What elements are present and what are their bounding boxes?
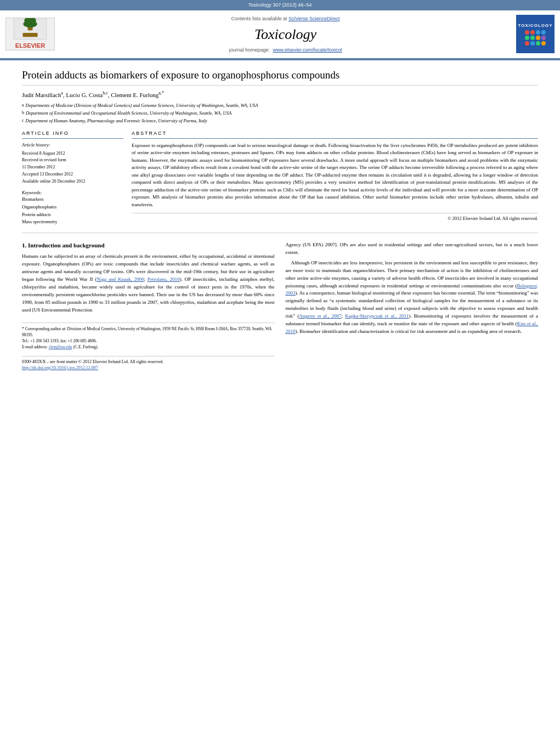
affiliations: a Departments of Medicine (Division of M… — [22, 102, 538, 125]
history-online: Available online 20 December 2012 — [22, 178, 123, 185]
email-label: E-mail address: — [22, 344, 49, 349]
bottom-footer: 0300-483X/$ – see front matter © 2012 El… — [22, 356, 275, 371]
ref-nigg[interactable]: Nigg and Knaak, 2000 — [97, 276, 144, 282]
ref-bolognesi[interactable]: Bolognesi, 2003 — [286, 283, 539, 296]
journal-title: Toxicology — [60, 25, 511, 44]
toxicology-logo: TOXICOLOGY — [516, 15, 555, 53]
history-revised-label: Received in revised form — [22, 157, 123, 164]
main-content: Protein adducts as biomarkers of exposur… — [0, 60, 560, 380]
body-text-right: Agency (US EPA) 2007]. OPs are also used… — [286, 241, 539, 336]
sciverse-text: Contents lists available at SciVerse Sci… — [60, 15, 511, 22]
history-received: Received 8 August 2012 — [22, 150, 123, 157]
elsevier-logo-image: ELSEVIER — [5, 18, 55, 50]
copyright-line: © 2012 Elsevier Ireland Ltd. All rights … — [132, 213, 538, 222]
ref-petrolanu[interactable]: Petrolanu, 2010 — [148, 276, 180, 282]
section-1-heading: Introduction and background — [28, 242, 105, 248]
keyword-protein-adducts: Protein adducts — [22, 211, 123, 219]
keyword-biomarkers: Biomarkers — [22, 196, 123, 203]
elsevier-brand: ELSEVIER — [15, 42, 45, 50]
footnote-star: * Corresponding author at: Division of M… — [22, 326, 275, 338]
article-info-header: ARTICLE INFO — [22, 130, 123, 139]
abstract-header: ABSTRACT — [132, 130, 538, 139]
email-link[interactable]: clem@uw.edu — [49, 344, 72, 349]
keywords-label: Keywords: — [22, 190, 123, 196]
author-2: Lucio G. Costab,c, — [66, 92, 111, 98]
page: Toxicology 307 (2013) 46–54 ELSEVIER Con… — [0, 0, 560, 741]
author-3: Clement E. Furlonga,* — [111, 92, 164, 98]
abstract-text: Exposure to organophosphorus (OP) compou… — [132, 142, 538, 209]
doi-link[interactable]: http://dx.doi.org/10.1016/j.tox.2012.12.… — [22, 365, 98, 370]
body-para-1: Humans can be subjected to an array of c… — [22, 253, 275, 314]
history-accepted: Accepted 13 December 2012 — [22, 171, 123, 178]
history-revised-date: 11 December 2012 — [22, 164, 123, 171]
journal-citation-bar: Toxicology 307 (2013) 46–54 — [0, 0, 560, 10]
ref-angerer[interactable]: Angerer et al., 2007 — [299, 313, 341, 319]
tox-logo-dots — [525, 30, 546, 46]
footnote-email: E-mail address: clem@uw.edu (C.E. Furlon… — [22, 344, 275, 350]
svg-point-3 — [23, 21, 37, 28]
affil-b: b Department of Environmental and Occupa… — [22, 110, 538, 117]
affil-c-text: Department of Human Anatomy, Pharmacolog… — [26, 117, 207, 125]
keyword-organophosphates: Organophosphates — [22, 203, 123, 211]
sciverse-link[interactable]: SciVerse ScienceDirect — [289, 16, 340, 21]
article-authors: Judit Marsillacha, Lucio G. Costab,c, Cl… — [22, 90, 538, 99]
history-label: Article history: — [22, 142, 123, 149]
footnote-area: * Corresponding author at: Division of M… — [22, 323, 275, 350]
article-title: Protein adducts as biomarkers of exposur… — [22, 69, 538, 86]
homepage-line: journal homepage: www.elsevier.com/locat… — [60, 47, 511, 54]
affil-c: c Department of Human Anatomy, Pharmacol… — [22, 117, 538, 125]
affil-b-text: Department of Environmental and Occupati… — [26, 110, 231, 117]
elsevier-logo: ELSEVIER — [5, 18, 55, 50]
email-suffix: (C.E. Furlong). — [73, 344, 99, 349]
journal-citation: Toxicology 307 (2013) 46–54 — [248, 2, 312, 8]
keyword-mass-spec: Mass spectrometry — [22, 218, 123, 226]
article-info-col: ARTICLE INFO Article history: Received 8… — [22, 130, 123, 226]
body-para-right-1: Agency (US EPA) 2007]. OPs are also used… — [286, 241, 539, 257]
contents-label: Contents lists available at — [231, 16, 287, 21]
journal-center: Contents lists available at SciVerse Sci… — [60, 15, 511, 54]
section-1-title: 1. Introduction and background — [22, 241, 275, 250]
affil-a: a Departments of Medicine (Division of M… — [22, 102, 538, 110]
footer-issn: 0300-483X/$ – see front matter © 2012 El… — [22, 359, 275, 365]
tox-logo-box: TOXICOLOGY — [516, 15, 555, 53]
abstract-col: ABSTRACT Exposure to organophosphorus (O… — [132, 130, 538, 226]
section-1-number: 1. — [22, 242, 26, 248]
svg-rect-4 — [22, 33, 37, 37]
section-1: 1. Introduction and background Humans ca… — [22, 241, 538, 371]
body-col-left: 1. Introduction and background Humans ca… — [22, 241, 275, 371]
homepage-link[interactable]: www.elsevier.com/locate/toxicol — [273, 47, 342, 53]
author-1: Judit Marsillacha, — [22, 92, 66, 98]
body-text-left: Humans can be subjected to an array of c… — [22, 253, 275, 314]
article-info-abstract: ARTICLE INFO Article history: Received 8… — [22, 130, 538, 226]
journal-header: ELSEVIER Contents lists available at Sci… — [0, 10, 560, 59]
footnote-tel: Tel.: +1 206 543 1193; fax: +1 206 685 4… — [22, 338, 275, 344]
body-col-right: Agency (US EPA) 2007]. OPs are also used… — [286, 241, 539, 371]
ref-kim[interactable]: Kim et al., 2010 — [286, 321, 539, 334]
article-history: Article history: Received 8 August 2012 … — [22, 142, 123, 185]
keywords-section: Keywords: Biomarkers Organophosphates Pr… — [22, 190, 123, 226]
ref-kapka[interactable]: Kapka-Skrzypczak et al., 2011 — [345, 313, 409, 319]
affil-a-text: Departments of Medicine (Division of Med… — [26, 102, 258, 110]
footer-doi: http://dx.doi.org/10.1016/j.tox.2012.12.… — [22, 365, 275, 371]
body-para-right-2: Although OP insecticides are less inexpe… — [286, 259, 539, 336]
homepage-label: journal homepage: — [229, 47, 270, 53]
tox-logo-title: TOXICOLOGY — [518, 22, 552, 29]
